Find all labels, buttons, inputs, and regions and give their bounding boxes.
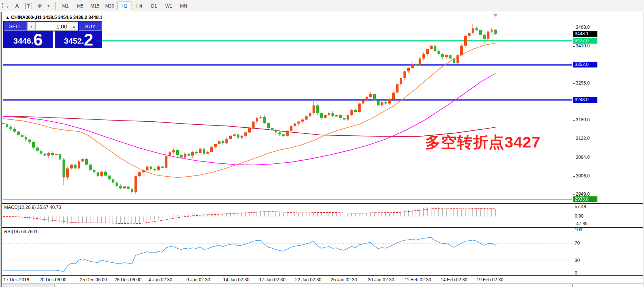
macd-pane-separator[interactable]	[2, 203, 643, 204]
bid-price[interactable]: 3446 . 6	[3, 31, 53, 48]
rsi-pane-separator[interactable]	[2, 227, 643, 228]
sell-button[interactable]: SELL	[4, 22, 27, 31]
ask-price[interactable]: 3452 . 2	[55, 31, 102, 48]
ask-frac: 2	[84, 32, 93, 47]
ask-int: 3452	[64, 35, 82, 47]
price-axis-separator	[573, 12, 573, 284]
time-axis-separator	[2, 275, 643, 276]
buy-button[interactable]: BUY	[79, 22, 102, 31]
bid-frac: 6	[33, 32, 42, 47]
volume-increase-button[interactable]: ▴	[70, 22, 78, 31]
volume-input[interactable]: 1.00	[36, 22, 69, 31]
volume-decrease-button[interactable]: ▾	[27, 22, 36, 31]
hscroll-thumb[interactable]	[3, 284, 54, 287]
one-click-trading-panel: SELL ▾ 1.00 ▴ BUY 3446 . 6 3452 . 2	[3, 21, 102, 47]
bid-int: 3446	[13, 35, 31, 47]
hscroll-track[interactable]	[54, 284, 573, 287]
